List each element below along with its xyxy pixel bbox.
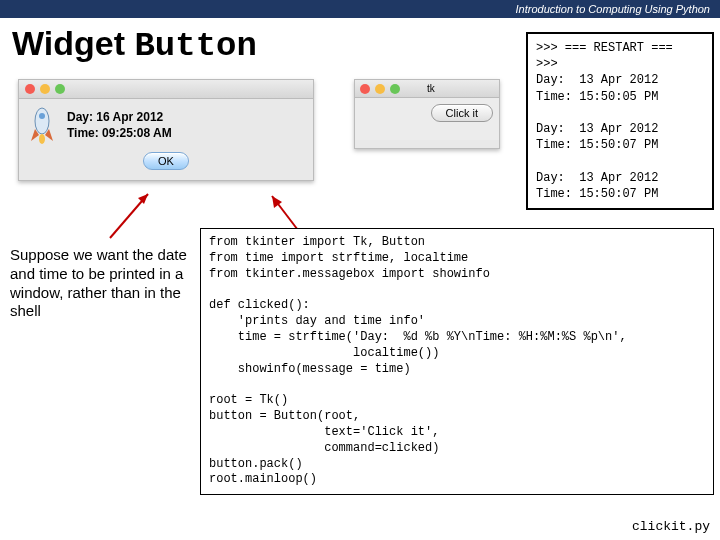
shell-output: >>> === RESTART === >>> Day: 13 Apr 2012… xyxy=(526,32,714,210)
svg-point-1 xyxy=(39,113,45,119)
title-word-2: Button xyxy=(134,27,256,65)
click-it-button[interactable]: Click it xyxy=(431,104,493,122)
msg-line-2: Time: 09:25:08 AM xyxy=(67,126,172,142)
title-word-1: Widget xyxy=(12,24,134,62)
ok-button[interactable]: OK xyxy=(143,152,189,170)
zoom-icon[interactable] xyxy=(390,84,400,94)
messagebox-titlebar xyxy=(19,80,313,99)
zoom-icon[interactable] xyxy=(55,84,65,94)
tk-title-text: tk xyxy=(427,83,435,94)
filename-label: clickit.py xyxy=(632,519,710,534)
tk-window: tk Click it xyxy=(354,79,500,149)
close-icon[interactable] xyxy=(360,84,370,94)
app-icon xyxy=(27,107,57,145)
minimize-icon[interactable] xyxy=(375,84,385,94)
msg-line-1: Day: 16 Apr 2012 xyxy=(67,110,172,126)
messagebox-text: Day: 16 Apr 2012 Time: 09:25:08 AM xyxy=(67,110,172,141)
arrow-to-messagebox xyxy=(100,188,160,244)
close-icon[interactable] xyxy=(25,84,35,94)
svg-point-0 xyxy=(35,108,49,134)
code-listing: from tkinter import Tk, Button from time… xyxy=(200,228,714,495)
messagebox-window: Day: 16 Apr 2012 Time: 09:25:08 AM OK xyxy=(18,79,314,181)
svg-point-2 xyxy=(39,134,45,144)
course-header: Introduction to Computing Using Python xyxy=(0,0,720,18)
tk-titlebar: tk xyxy=(355,80,499,98)
minimize-icon[interactable] xyxy=(40,84,50,94)
caption-text: Suppose we want the date and time to be … xyxy=(10,246,190,321)
